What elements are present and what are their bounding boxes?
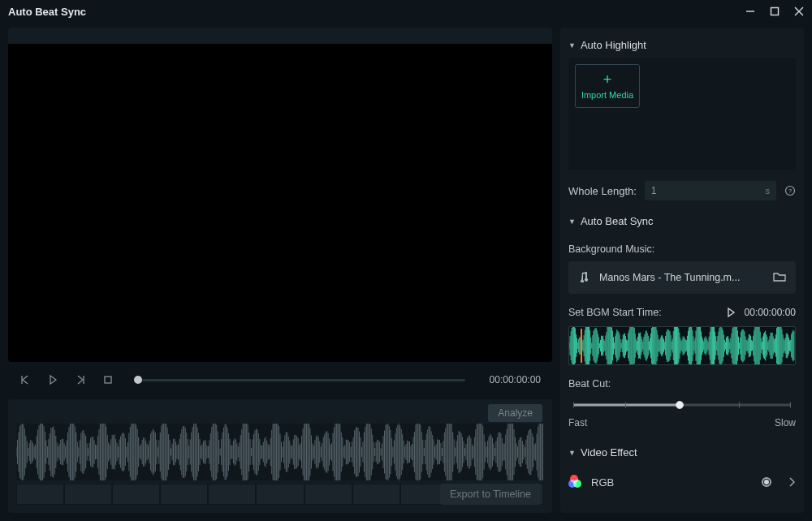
music-note-icon <box>578 271 590 285</box>
bgm-cursor[interactable] <box>581 329 582 363</box>
import-media-label: Import Media <box>581 90 633 100</box>
preview-header <box>8 28 552 44</box>
right-panel: ▼ Auto Highlight + Import Media Whole Le… <box>560 28 804 513</box>
svg-rect-6 <box>105 377 111 383</box>
timeline-waveform[interactable] <box>16 424 544 480</box>
whole-length-label: Whole Length: <box>568 185 637 197</box>
collapse-icon[interactable]: ▼ <box>568 217 576 226</box>
help-icon[interactable]: ? <box>784 185 796 196</box>
bgm-start-time[interactable]: 00:00:00:00 <box>745 307 796 318</box>
collapse-icon[interactable]: ▼ <box>568 41 576 50</box>
timecode-display: 00:00:00:00 <box>490 374 541 385</box>
next-frame-icon[interactable] <box>75 374 86 385</box>
whole-length-value: 1 <box>651 185 657 196</box>
video-preview[interactable] <box>8 44 552 362</box>
clip-slot[interactable] <box>112 484 160 505</box>
beat-cut-label: Beat Cut: <box>568 378 796 390</box>
stop-icon[interactable] <box>102 374 114 385</box>
svg-rect-1 <box>771 8 779 15</box>
clip-slot[interactable] <box>352 484 400 505</box>
bgm-waveform[interactable] <box>568 326 796 365</box>
seek-thumb[interactable] <box>134 376 142 384</box>
import-media-button[interactable]: + Import Media <box>575 64 640 108</box>
clip-slot[interactable] <box>256 484 304 505</box>
auto-beat-sync-header: Auto Beat Sync <box>581 215 654 227</box>
browse-folder-icon[interactable] <box>773 271 786 285</box>
beat-cut-thumb[interactable] <box>676 401 684 409</box>
collapse-icon[interactable]: ▼ <box>568 449 576 457</box>
titlebar: Auto Beat Sync <box>0 0 812 23</box>
prev-frame-icon[interactable] <box>19 374 31 385</box>
transport-bar: 00:00:00:00 <box>8 364 552 396</box>
clip-slot[interactable] <box>304 484 352 505</box>
video-effect-header: Video Effect <box>581 446 637 459</box>
export-to-timeline-button[interactable]: Export to Timeline <box>440 484 541 505</box>
auto-highlight-header: Auto Highlight <box>581 39 646 51</box>
clip-slot[interactable] <box>160 484 208 505</box>
maximize-icon[interactable] <box>770 6 780 16</box>
close-icon[interactable] <box>794 6 804 16</box>
bgm-start-label: Set BGM Start Time: <box>568 307 717 318</box>
beat-cut-fast-label: Fast <box>568 417 587 428</box>
whole-length-unit: s <box>766 186 771 196</box>
effect-radio[interactable] <box>762 477 771 487</box>
analyze-button[interactable]: Analyze <box>488 404 542 422</box>
clip-slot[interactable] <box>64 484 112 505</box>
background-music-row: Manos Mars - The Tunning.m... <box>568 261 796 294</box>
video-effect-row[interactable]: RGB <box>568 475 796 497</box>
clip-slot[interactable] <box>16 484 64 505</box>
clip-slot[interactable] <box>208 484 256 505</box>
rgb-effect-icon <box>568 475 583 489</box>
chevron-right-icon[interactable] <box>788 477 796 487</box>
background-music-label: Background Music: <box>568 243 796 255</box>
beat-cut-slider[interactable] <box>568 398 796 412</box>
beat-cut-slow-label: Slow <box>775 417 796 428</box>
seek-slider[interactable] <box>138 379 465 381</box>
video-effect-name: RGB <box>591 476 614 489</box>
bgm-play-icon[interactable] <box>725 307 736 318</box>
music-filename: Manos Mars - The Tunning.m... <box>599 272 763 283</box>
plus-icon: + <box>603 72 612 87</box>
whole-length-input[interactable]: 1 s <box>645 181 776 200</box>
minimize-icon[interactable] <box>745 6 755 16</box>
window-title: Auto Beat Sync <box>8 6 86 18</box>
play-icon[interactable] <box>47 374 58 385</box>
media-drop-area[interactable]: + Import Media <box>568 58 796 170</box>
svg-text:?: ? <box>788 187 793 195</box>
